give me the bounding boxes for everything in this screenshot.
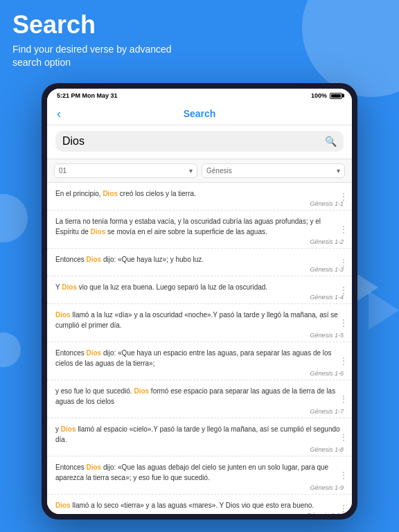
result-reference: Génesis 1-10 (306, 512, 344, 514)
battery-icon (330, 93, 342, 99)
result-text: y Dios llamó al espacio «cielo».Y pasó l… (55, 424, 344, 445)
bg-circle-top-right (302, 0, 399, 97)
result-text: Entonces Dios dijo: «Que haya un espacio… (55, 348, 344, 369)
result-menu-button[interactable]: ⋮ (339, 285, 348, 295)
device-frame: 5:21 PM Mon May 31 100% ‹ Search Dios 🔍 … (42, 83, 357, 520)
result-menu-button[interactable]: ⋮ (339, 356, 348, 366)
result-reference: Génesis 1-7 (310, 408, 344, 415)
result-menu-button[interactable]: ⋮ (339, 394, 348, 404)
header-section: Search Find your desired verse by advanc… (12, 11, 193, 70)
book-filter-label: 01 (59, 167, 66, 175)
filter-row: 01 ▾ Génesis ▾ (47, 159, 352, 183)
result-reference: Génesis 1-8 (310, 446, 344, 453)
highlighted-word: Dios (86, 256, 101, 263)
result-ref-row: Génesis 1-8 (55, 446, 344, 453)
result-reference: Génesis 1-3 (310, 266, 344, 273)
highlighted-word: Dios (55, 311, 71, 319)
highlighted-word: Dios (86, 349, 101, 357)
table-row: La tierra no tenía forma y estaba vacía,… (47, 211, 352, 249)
result-text: Entonces Dios dijo: «Que las aguas debaj… (55, 462, 344, 483)
chapter-filter[interactable]: Génesis ▾ (202, 163, 345, 178)
table-row: Dios llamó a lo seco «tierra» y a las ag… (47, 495, 352, 514)
nav-title: Search (184, 108, 216, 119)
result-text: Dios llamó a lo seco «tierra» y a las ag… (55, 500, 344, 511)
highlighted-word: Dios (103, 190, 118, 197)
page-title: Search (12, 11, 193, 39)
table-row: Entonces Dios dijo: «Que haya luz»; y hu… (47, 249, 352, 276)
chapter-chevron-icon: ▾ (337, 167, 340, 175)
result-text: y eso fue lo que sucedió. Dios formó ese… (55, 386, 344, 407)
status-bar: 5:21 PM Mon May 31 100% (47, 89, 352, 103)
table-row: Y Dios vio que la luz era buena. Luego s… (47, 276, 352, 304)
nav-bar: ‹ Search (47, 103, 352, 125)
result-text: Dios llamó a la luz «día» y a la oscurid… (55, 310, 344, 330)
status-time: 5:21 PM Mon May 31 (57, 92, 118, 99)
book-chevron-icon: ▾ (189, 167, 193, 175)
result-text: La tierra no tenía forma y estaba vacía,… (55, 216, 344, 237)
result-text: Entonces Dios dijo: «Que haya luz»; y hu… (55, 254, 344, 265)
highlighted-word: Dios (62, 283, 77, 291)
search-input-row[interactable]: Dios 🔍 (55, 131, 344, 152)
search-bar-container: Dios 🔍 (47, 125, 352, 159)
bg-circle-left (0, 194, 28, 242)
highlighted-word: Dios (86, 463, 101, 471)
table-row: Entonces Dios dijo: «Que las aguas debaj… (47, 456, 352, 495)
highlighted-word: Dios (91, 228, 106, 236)
search-icon[interactable]: 🔍 (325, 136, 337, 147)
result-ref-row: Génesis 1-5 (55, 332, 344, 339)
book-filter[interactable]: 01 ▾ (54, 163, 197, 178)
result-ref-row: Génesis 1-7 (55, 408, 344, 415)
result-ref-row: Génesis 1-9 (55, 484, 344, 491)
result-reference: Génesis 1-4 (310, 294, 344, 301)
table-row: y eso fue lo que sucedió. Dios formó ese… (47, 380, 352, 418)
chapter-filter-label: Génesis (206, 167, 232, 175)
result-menu-button[interactable]: ⋮ (339, 470, 348, 480)
result-ref-row: Génesis 1-4 (55, 294, 344, 301)
result-menu-button[interactable]: ⋮ (339, 258, 348, 267)
result-menu-button[interactable]: ⋮ (339, 192, 348, 202)
table-row: En el principio, Dios creó los cielos y … (47, 183, 352, 211)
bg-arrow2-decoration (369, 291, 399, 330)
result-ref-row: Génesis 1-6 (55, 370, 344, 377)
result-text: En el principio, Dios creó los cielos y … (55, 188, 344, 199)
result-menu-button[interactable]: ⋮ (339, 318, 348, 328)
result-reference: Génesis 1-9 (310, 484, 344, 491)
highlighted-word: Dios (61, 425, 76, 433)
result-menu-button[interactable]: ⋮ (339, 224, 348, 234)
page-subtitle: Find your desired verse by advanced sear… (12, 43, 193, 70)
device-screen: 5:21 PM Mon May 31 100% ‹ Search Dios 🔍 … (47, 89, 352, 514)
status-right: 100% (311, 92, 342, 99)
result-reference: Génesis 1-2 (310, 238, 344, 245)
results-list: En el principio, Dios creó los cielos y … (47, 183, 352, 514)
bg-circle-left2 (0, 332, 21, 367)
result-ref-row: Génesis 1-10 (55, 512, 344, 514)
result-ref-row: Génesis 1-3 (55, 266, 344, 273)
result-ref-row: Génesis 1-1 (55, 200, 344, 207)
search-query: Dios (62, 135, 325, 148)
table-row: Dios llamó a la luz «día» y a la oscurid… (47, 304, 352, 342)
table-row: y Dios llamó al espacio «cielo».Y pasó l… (47, 418, 352, 456)
highlighted-word: Dios (55, 502, 71, 509)
result-reference: Génesis 1-6 (310, 370, 344, 377)
result-reference: Génesis 1-5 (310, 332, 344, 339)
table-row: Entonces Dios dijo: «Que haya un espacio… (47, 342, 352, 380)
result-text: Y Dios vio que la luz era buena. Luego s… (55, 282, 344, 292)
result-menu-button[interactable]: ⋮ (339, 504, 348, 513)
highlighted-word: Dios (134, 387, 149, 395)
result-ref-row: Génesis 1-2 (55, 238, 344, 245)
back-button[interactable]: ‹ (57, 107, 61, 121)
result-reference: Génesis 1-1 (310, 200, 344, 207)
result-menu-button[interactable]: ⋮ (339, 432, 348, 442)
battery-label: 100% (311, 92, 327, 99)
